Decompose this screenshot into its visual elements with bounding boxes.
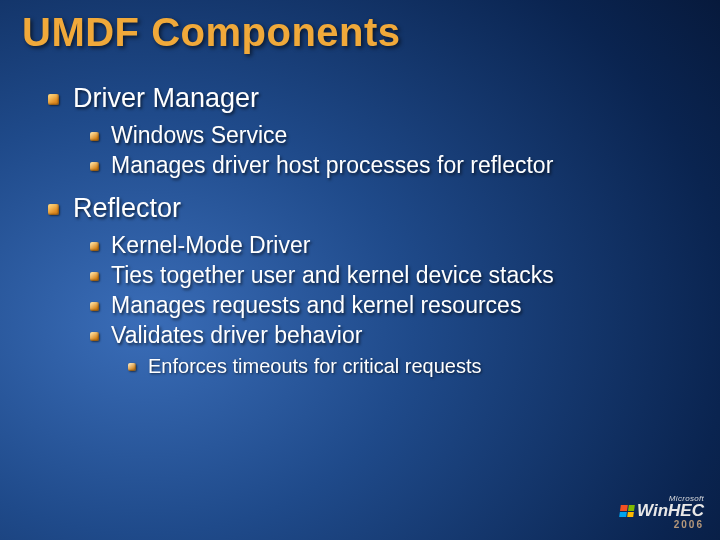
section-reflector: Reflector Kernel-Mode Driver Ties togeth… <box>48 193 698 378</box>
item-text: Windows Service <box>111 122 287 149</box>
content-list: Driver Manager Windows Service Manages d… <box>22 83 698 378</box>
slide: UMDF Components Driver Manager Windows S… <box>0 0 720 540</box>
windows-flag-icon <box>619 505 635 517</box>
item-text: Kernel-Mode Driver <box>111 232 310 259</box>
list-item: Kernel-Mode Driver <box>90 232 698 259</box>
footer-logo: Microsoft WinHEC 2006 <box>620 494 704 530</box>
item-text: Manages requests and kernel resources <box>111 292 521 319</box>
brand-label: WinHEC <box>620 501 704 521</box>
section-heading: Driver Manager <box>73 83 259 114</box>
list-item: Manages requests and kernel resources <box>90 292 698 319</box>
list-item: Enforces timeouts for critical requests <box>128 355 698 378</box>
bullet-icon <box>48 94 59 105</box>
subitem-list: Kernel-Mode Driver Ties together user an… <box>48 232 698 378</box>
item-text: Enforces timeouts for critical requests <box>148 355 481 378</box>
bullet-icon <box>90 302 99 311</box>
bullet-icon <box>48 204 59 215</box>
item-text: Validates driver behavior <box>111 322 362 349</box>
bullet-icon <box>90 242 99 251</box>
list-item: Manages driver host processes for reflec… <box>90 152 698 179</box>
item-text: Manages driver host processes for reflec… <box>111 152 553 179</box>
bullet-icon <box>90 332 99 341</box>
item-text: Ties together user and kernel device sta… <box>111 262 554 289</box>
bullet-icon <box>90 162 99 171</box>
subsubitem-list: Enforces timeouts for critical requests <box>90 355 698 378</box>
section-driver-manager: Driver Manager Windows Service Manages d… <box>48 83 698 179</box>
list-item: Windows Service <box>90 122 698 149</box>
brand-text: WinHEC <box>637 501 704 521</box>
bullet-icon <box>90 272 99 281</box>
section-heading: Reflector <box>73 193 181 224</box>
subitem-list: Windows Service Manages driver host proc… <box>48 122 698 179</box>
list-item: Ties together user and kernel device sta… <box>90 262 698 289</box>
company-label: Microsoft <box>620 494 704 503</box>
slide-title: UMDF Components <box>22 10 698 55</box>
bullet-icon <box>128 363 136 371</box>
bullet-icon <box>90 132 99 141</box>
list-item: Validates driver behavior Enforces timeo… <box>90 322 698 378</box>
